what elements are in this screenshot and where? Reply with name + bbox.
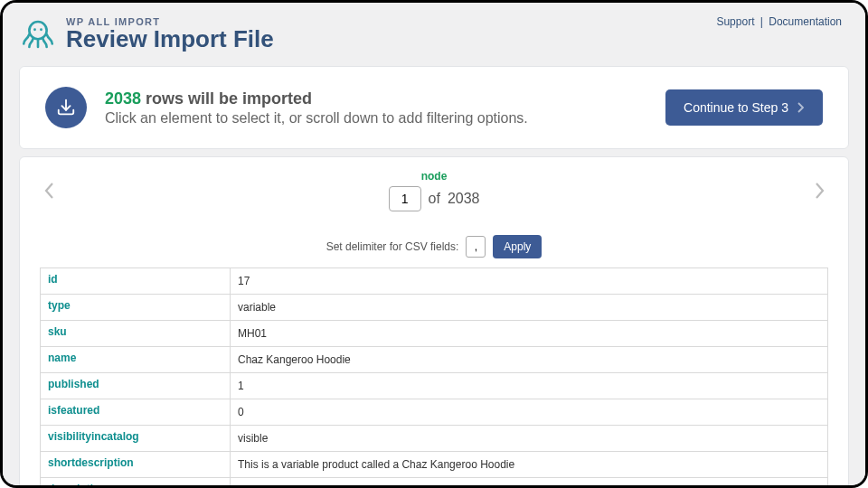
svg-point-2 [40,28,42,31]
field-key: sku [41,321,231,347]
delimiter-input[interactable] [466,236,486,258]
apply-button[interactable]: Apply [493,235,542,258]
table-row[interactable]: description<p>Ideal for cold-weather tra… [41,478,828,486]
table-row[interactable]: visibilityincatalogvisible [41,426,828,452]
field-key: description [41,478,231,486]
node-card: node of 2038 Set delimiter for CSV field… [19,156,849,485]
field-value: MH01 [231,321,828,347]
hero-card: 2038 rows will be imported Click an elem… [19,66,849,149]
total-records: 2038 [448,191,480,207]
field-key: visibilityincatalog [41,426,231,452]
field-value: visible [231,426,828,452]
field-key: isfeatured [41,399,231,426]
svg-point-0 [29,22,46,39]
field-value: Chaz Kangeroo Hoodie [231,347,828,373]
link-separator: | [760,15,763,28]
record-number-input[interactable] [389,186,421,211]
table-row[interactable]: skuMH01 [41,321,828,347]
next-record-button[interactable] [810,177,828,204]
table-row[interactable]: shortdescriptionThis is a variable produ… [41,452,828,478]
table-row[interactable]: typevariable [41,295,828,321]
rows-suffix: rows will be imported [146,89,312,108]
continue-label: Continue to Step 3 [684,100,788,115]
field-value: 17 [231,268,828,295]
field-value: variable [231,295,828,321]
field-key: published [41,373,231,399]
page-title: Review Import File [66,27,274,52]
hero-heading: 2038 rows will be imported [105,89,528,108]
table-row[interactable]: nameChaz Kangeroo Hoodie [41,347,828,373]
field-key: type [41,295,231,321]
prev-record-button[interactable] [40,177,58,204]
row-count: 2038 [105,89,141,108]
continue-button[interactable]: Continue to Step 3 [665,89,823,126]
field-value: <p>Ideal for cold-weather training or wo… [231,478,828,486]
field-value: 0 [231,399,828,426]
support-link[interactable]: Support [716,15,754,28]
field-value: 1 [231,373,828,399]
import-icon [45,87,87,128]
field-key: shortdescription [41,452,231,478]
field-key: id [41,268,231,295]
field-value: This is a variable product called a Chaz… [231,452,828,478]
table-row[interactable]: published1 [41,373,828,399]
octopus-icon [19,15,57,53]
delimiter-label: Set delimiter for CSV fields: [326,240,459,253]
documentation-link[interactable]: Documentation [769,15,842,28]
brand-logo: WP ALL IMPORT Review Import File [19,15,274,53]
chevron-right-icon [797,102,805,113]
record-table: id17typevariableskuMH01nameChaz Kangeroo… [40,267,828,485]
of-label: of [429,191,440,207]
table-row[interactable]: id17 [41,268,828,295]
node-label: node [58,170,810,183]
hero-subtitle: Click an element to select it, or scroll… [105,110,528,127]
field-key: name [41,347,231,373]
svg-point-1 [33,28,36,31]
table-row[interactable]: isfeatured0 [41,399,828,426]
